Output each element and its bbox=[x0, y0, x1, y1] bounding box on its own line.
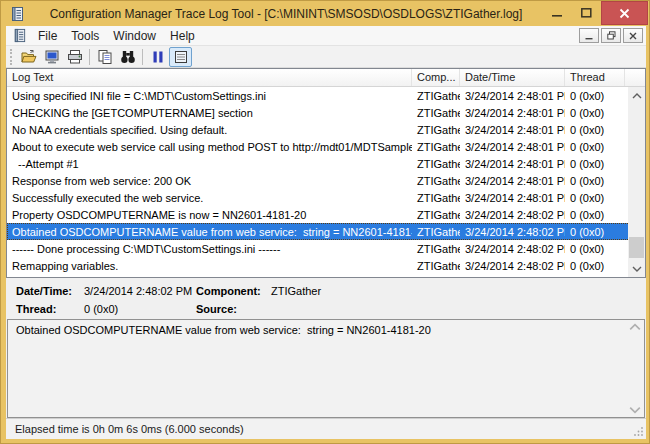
document-icon bbox=[12, 28, 27, 43]
log-row[interactable]: Remapping variables.ZTIGather3/24/2014 2… bbox=[7, 257, 630, 274]
log-row[interactable]: Using specified INI file = C:\MDT\Custom… bbox=[7, 87, 630, 104]
mdi-close-icon bbox=[629, 32, 637, 40]
chevron-up-icon bbox=[632, 93, 642, 99]
open-file-button[interactable] bbox=[17, 47, 40, 67]
log-row[interactable]: CHECKING the [GETCOMPUTERNAME] sectionZT… bbox=[7, 104, 630, 121]
minimize-button[interactable] bbox=[543, 1, 572, 25]
column-header-filler bbox=[625, 69, 645, 86]
vertical-scrollbar[interactable] bbox=[628, 87, 645, 277]
log-row[interactable]: About to execute web service call using … bbox=[7, 138, 630, 155]
maximize-button[interactable] bbox=[572, 1, 601, 25]
detail-view-icon bbox=[173, 49, 189, 65]
detail-view-toggle-button[interactable] bbox=[169, 47, 192, 67]
printer-icon bbox=[67, 49, 83, 65]
detail-text: Obtained OSDCOMPUTERNAME value from web … bbox=[8, 320, 644, 336]
log-row[interactable]: ------ Done processing C:\MDT\CustomSett… bbox=[7, 240, 630, 257]
toolbar-separator bbox=[142, 49, 143, 65]
log-row[interactable]: Successfully executed the web service.ZT… bbox=[7, 189, 630, 206]
column-header-component[interactable]: Comp... bbox=[412, 69, 460, 86]
component-value: ZTIGather bbox=[271, 285, 646, 297]
log-row-selected[interactable]: Obtained OSDCOMPUTERNAME value from web … bbox=[7, 223, 630, 240]
scrollbar-thumb[interactable] bbox=[629, 237, 644, 258]
column-headers: Log Text Comp... Date/Time Thread bbox=[7, 69, 645, 87]
log-row[interactable]: Property OSDCOMPUTERNAME is now = NN2601… bbox=[7, 206, 630, 223]
copy-icon bbox=[97, 49, 113, 65]
app-window: Configuration Manager Trace Log Tool - [… bbox=[0, 0, 650, 444]
toolbar-separator bbox=[89, 49, 90, 65]
log-list-frame: Log Text Comp... Date/Time Thread Using … bbox=[6, 68, 646, 278]
mdi-minimize-icon bbox=[585, 32, 593, 40]
menu-help[interactable]: Help bbox=[163, 27, 202, 45]
datetime-value: 3/24/2014 2:48:02 PM bbox=[84, 285, 196, 297]
maximize-icon bbox=[581, 8, 592, 18]
close-button[interactable] bbox=[601, 1, 648, 25]
print-button[interactable] bbox=[63, 47, 86, 67]
mdi-restore-icon bbox=[607, 31, 616, 40]
menu-bar: File Tools Window Help bbox=[6, 26, 646, 46]
log-row[interactable]: Property TaskSequenceID is now ...ZTIGat… bbox=[7, 274, 630, 277]
thread-value: 0 (0x0) bbox=[84, 303, 196, 315]
log-list: Using specified INI file = C:\MDT\Custom… bbox=[7, 87, 645, 277]
menu-tools[interactable]: Tools bbox=[64, 27, 106, 45]
window-title: Configuration Manager Trace Log Tool - [… bbox=[25, 7, 543, 21]
mdi-restore-button[interactable] bbox=[601, 28, 621, 43]
toolbar-grip[interactable] bbox=[10, 49, 14, 65]
menu-file[interactable]: File bbox=[31, 27, 64, 45]
log-row[interactable]: No NAA credentials specified. Using defa… bbox=[7, 121, 630, 138]
menu-window[interactable]: Window bbox=[106, 27, 163, 45]
log-row[interactable]: Response from web service: 200 OKZTIGath… bbox=[7, 172, 630, 189]
open-folder-icon bbox=[21, 49, 37, 65]
detail-scroll-up-icon[interactable] bbox=[629, 323, 641, 331]
status-bar: Elapsed time is 0h 0m 6s 0ms (6.000 seco… bbox=[6, 418, 646, 439]
mdi-window-controls bbox=[579, 28, 646, 43]
open-remote-log-button[interactable] bbox=[40, 47, 63, 67]
column-header-logtext[interactable]: Log Text bbox=[7, 69, 412, 86]
minimize-icon bbox=[552, 8, 563, 18]
mdi-minimize-button[interactable] bbox=[579, 28, 599, 43]
column-header-datetime[interactable]: Date/Time bbox=[460, 69, 565, 86]
scroll-down-arrow[interactable] bbox=[628, 260, 645, 277]
binoculars-icon bbox=[120, 49, 136, 65]
source-label: Source: bbox=[196, 303, 271, 315]
app-log-icon bbox=[9, 6, 25, 22]
status-text: Elapsed time is 0h 0m 6s 0ms (6.000 seco… bbox=[15, 423, 244, 435]
datetime-label: Date/Time: bbox=[16, 285, 84, 297]
mdi-close-button[interactable] bbox=[623, 28, 643, 43]
pause-icon bbox=[150, 49, 166, 65]
chevron-down-icon bbox=[632, 266, 642, 272]
resize-grip[interactable] bbox=[634, 427, 644, 437]
log-row[interactable]: --Attempt #1ZTIGather3/24/2014 2:48:01 P… bbox=[7, 155, 630, 172]
scroll-up-arrow[interactable] bbox=[628, 87, 645, 104]
component-label: Component: bbox=[196, 285, 271, 297]
column-header-thread[interactable]: Thread bbox=[565, 69, 625, 86]
pause-button[interactable] bbox=[146, 47, 169, 67]
close-icon bbox=[619, 8, 630, 19]
computer-icon bbox=[44, 49, 60, 65]
copy-button[interactable] bbox=[93, 47, 116, 67]
toolbar bbox=[6, 46, 646, 68]
title-bar[interactable]: Configuration Manager Trace Log Tool - [… bbox=[1, 1, 649, 26]
find-button[interactable] bbox=[116, 47, 139, 67]
detail-scroll-down-icon[interactable] bbox=[629, 406, 641, 414]
detail-text-box[interactable]: Obtained OSDCOMPUTERNAME value from web … bbox=[7, 319, 645, 418]
thread-label: Thread: bbox=[16, 303, 84, 315]
detail-panel: Date/Time: 3/24/2014 2:48:02 PM Componen… bbox=[6, 278, 646, 319]
